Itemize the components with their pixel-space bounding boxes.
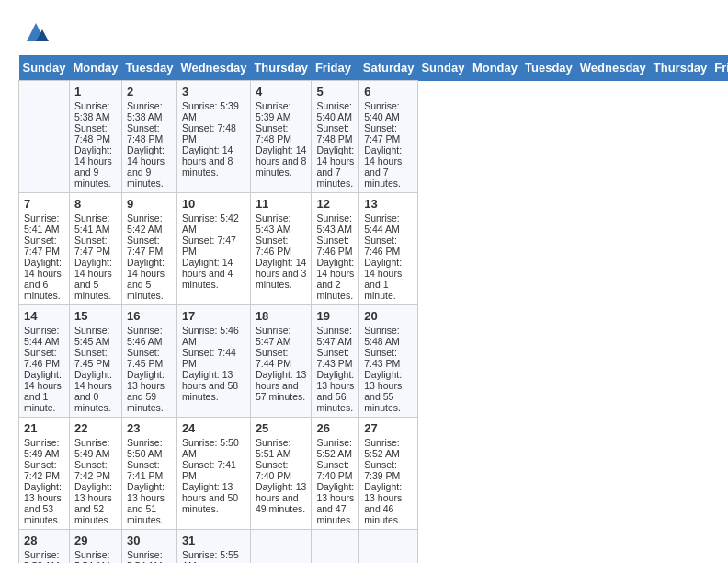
day-cell: 18Sunrise: 5:47 AMSunset: 7:44 PMDayligh… — [250, 305, 312, 418]
daylight-text: Daylight: 13 hours and 50 minutes. — [182, 481, 238, 514]
sunset-text: Sunset: 7:40 PM — [256, 459, 291, 481]
sunset-text: Sunset: 7:44 PM — [256, 347, 291, 369]
col-header-friday: Friday — [312, 55, 359, 81]
day-number: 6 — [364, 85, 413, 98]
daylight-text: Daylight: 14 hours and 2 minutes. — [316, 257, 354, 301]
day-cell: 16Sunrise: 5:46 AMSunset: 7:45 PMDayligh… — [122, 305, 177, 418]
daylight-text: Daylight: 14 hours and 5 minutes. — [74, 257, 112, 301]
sunset-text: Sunset: 7:46 PM — [364, 235, 400, 257]
day-cell: 12Sunrise: 5:43 AMSunset: 7:46 PMDayligh… — [312, 193, 359, 305]
day-number: 3 — [182, 85, 245, 98]
sunset-text: Sunset: 7:48 PM — [316, 122, 352, 144]
sunrise-text: Sunrise: 5:50 AM — [182, 437, 239, 459]
day-number: 8 — [74, 197, 117, 211]
day-number: 5 — [316, 85, 354, 98]
day-number: 19 — [316, 309, 354, 323]
sunrise-text: Sunrise: 5:40 AM — [316, 100, 352, 122]
daylight-text: Daylight: 13 hours and 58 minutes. — [182, 369, 238, 402]
sunrise-text: Sunrise: 5:50 AM — [127, 437, 163, 459]
sunrise-text: Sunrise: 5:54 AM — [127, 549, 163, 563]
day-cell: 27Sunrise: 5:52 AMSunset: 7:39 PMDayligh… — [359, 418, 418, 530]
daylight-text: Daylight: 13 hours and 49 minutes. — [256, 481, 306, 514]
sunset-text: Sunset: 7:42 PM — [74, 459, 110, 481]
daylight-text: Daylight: 13 hours and 51 minutes. — [127, 481, 165, 525]
daylight-text: Daylight: 13 hours and 52 minutes. — [74, 481, 112, 525]
day-number: 20 — [364, 309, 413, 323]
day-number: 23 — [127, 421, 172, 435]
day-cell: 10Sunrise: 5:42 AMSunset: 7:47 PMDayligh… — [176, 193, 250, 305]
day-cell: 31Sunrise: 5:55 AMSunset: 7:36 PMDayligh… — [176, 530, 250, 564]
daylight-text: Daylight: 13 hours and 55 minutes. — [364, 369, 402, 413]
day-cell — [312, 530, 359, 564]
sunrise-text: Sunrise: 5:52 AM — [364, 437, 400, 459]
day-cell: 30Sunrise: 5:54 AMSunset: 7:37 PMDayligh… — [122, 530, 177, 564]
sunrise-text: Sunrise: 5:38 AM — [127, 100, 163, 122]
day-cell: 14Sunrise: 5:44 AMSunset: 7:46 PMDayligh… — [19, 305, 70, 418]
day-number: 14 — [24, 309, 64, 323]
sunrise-text: Sunrise: 5:44 AM — [24, 325, 60, 347]
sunset-text: Sunset: 7:43 PM — [364, 347, 400, 369]
col-header-sunday: Sunday — [417, 55, 468, 81]
sunset-text: Sunset: 7:46 PM — [316, 235, 352, 257]
day-number: 10 — [182, 197, 245, 211]
sunrise-text: Sunrise: 5:42 AM — [127, 213, 163, 235]
sunrise-text: Sunrise: 5:49 AM — [24, 437, 60, 459]
sunrise-text: Sunrise: 5:42 AM — [182, 213, 239, 235]
sunrise-text: Sunrise: 5:46 AM — [127, 325, 163, 347]
day-number: 13 — [364, 197, 413, 211]
sunrise-text: Sunrise: 5:39 AM — [256, 100, 291, 122]
daylight-text: Daylight: 14 hours and 0 minutes. — [74, 369, 112, 413]
day-number: 28 — [24, 534, 64, 547]
day-number: 30 — [127, 534, 172, 547]
day-number: 2 — [127, 85, 172, 98]
sunrise-text: Sunrise: 5:44 AM — [364, 213, 400, 235]
col-header-thursday: Thursday — [650, 55, 711, 81]
sunset-text: Sunset: 7:47 PM — [182, 235, 236, 257]
sunset-text: Sunset: 7:46 PM — [256, 235, 291, 257]
day-cell: 23Sunrise: 5:50 AMSunset: 7:41 PMDayligh… — [122, 418, 177, 530]
day-number: 7 — [24, 197, 64, 211]
day-number: 1 — [74, 85, 117, 98]
day-cell: 1Sunrise: 5:38 AMSunset: 7:48 PMDaylight… — [69, 81, 121, 193]
sunrise-text: Sunrise: 5:55 AM — [182, 549, 239, 563]
col-header-wednesday: Wednesday — [176, 55, 250, 81]
day-number: 29 — [74, 534, 117, 547]
day-cell: 24Sunrise: 5:50 AMSunset: 7:41 PMDayligh… — [176, 418, 250, 530]
sunrise-text: Sunrise: 5:45 AM — [74, 325, 110, 347]
day-cell: 5Sunrise: 5:40 AMSunset: 7:48 PMDaylight… — [312, 81, 359, 193]
day-number: 22 — [74, 421, 117, 435]
week-row-4: 21Sunrise: 5:49 AMSunset: 7:42 PMDayligh… — [19, 418, 729, 530]
col-header-tuesday: Tuesday — [521, 55, 576, 81]
week-row-2: 7Sunrise: 5:41 AMSunset: 7:47 PMDaylight… — [19, 193, 729, 305]
daylight-text: Daylight: 13 hours and 53 minutes. — [24, 481, 62, 525]
sunrise-text: Sunrise: 5:41 AM — [74, 213, 110, 235]
col-header-wednesday: Wednesday — [576, 55, 650, 81]
daylight-text: Daylight: 14 hours and 9 minutes. — [74, 144, 112, 189]
daylight-text: Daylight: 13 hours and 57 minutes. — [256, 369, 306, 402]
day-cell: 25Sunrise: 5:51 AMSunset: 7:40 PMDayligh… — [250, 418, 312, 530]
sunset-text: Sunset: 7:41 PM — [182, 459, 236, 481]
col-header-thursday: Thursday — [250, 55, 312, 81]
page-header — [18, 18, 710, 46]
sunset-text: Sunset: 7:44 PM — [182, 347, 236, 369]
day-cell: 19Sunrise: 5:47 AMSunset: 7:43 PMDayligh… — [312, 305, 359, 418]
sunset-text: Sunset: 7:47 PM — [364, 122, 400, 144]
day-cell: 11Sunrise: 5:43 AMSunset: 7:46 PMDayligh… — [250, 193, 312, 305]
day-cell: 9Sunrise: 5:42 AMSunset: 7:47 PMDaylight… — [122, 193, 177, 305]
day-cell: 6Sunrise: 5:40 AMSunset: 7:47 PMDaylight… — [359, 81, 418, 193]
col-header-monday: Monday — [469, 55, 521, 81]
sunset-text: Sunset: 7:40 PM — [316, 459, 352, 481]
day-cell: 22Sunrise: 5:49 AMSunset: 7:42 PMDayligh… — [69, 418, 121, 530]
daylight-text: Daylight: 14 hours and 8 minutes. — [182, 144, 233, 178]
col-header-friday: Friday — [711, 55, 728, 81]
sunrise-text: Sunrise: 5:41 AM — [24, 213, 60, 235]
day-cell: 3Sunrise: 5:39 AMSunset: 7:48 PMDaylight… — [176, 81, 250, 193]
day-number: 21 — [24, 421, 64, 435]
day-cell: 20Sunrise: 5:48 AMSunset: 7:43 PMDayligh… — [359, 305, 418, 418]
daylight-text: Daylight: 14 hours and 6 minutes. — [24, 257, 62, 301]
sunrise-text: Sunrise: 5:40 AM — [364, 100, 400, 122]
header-row: SundayMondayTuesdayWednesdayThursdayFrid… — [19, 55, 729, 81]
sunrise-text: Sunrise: 5:53 AM — [24, 549, 60, 563]
daylight-text: Daylight: 14 hours and 9 minutes. — [127, 144, 165, 189]
logo-icon — [22, 18, 50, 46]
